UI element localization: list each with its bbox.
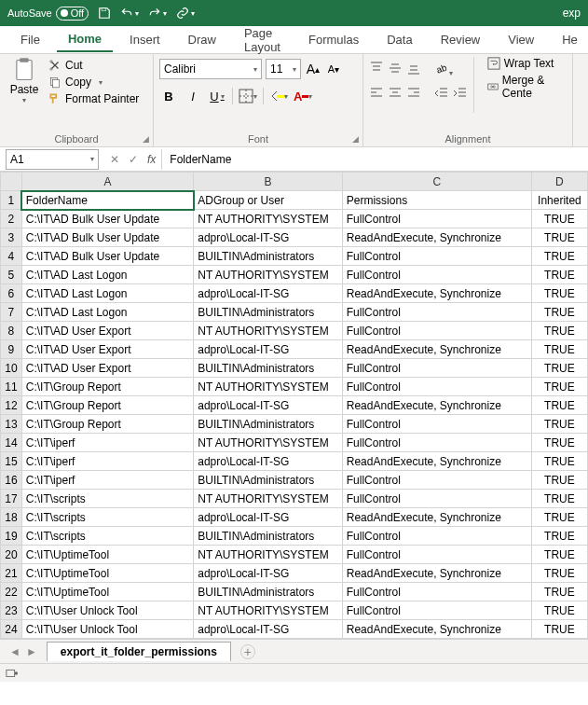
menu-formulas[interactable]: Formulas <box>297 28 370 51</box>
row-header[interactable]: 11 <box>1 378 22 396</box>
cell[interactable]: TRUE <box>531 508 587 527</box>
menu-file[interactable]: File <box>9 28 51 51</box>
add-sheet-button[interactable]: + <box>240 644 255 659</box>
cell[interactable]: ReadAndExecute, Synchronize <box>342 228 531 247</box>
cell[interactable]: ReadAndExecute, Synchronize <box>342 284 531 303</box>
cell[interactable]: ReadAndExecute, Synchronize <box>342 564 531 583</box>
undo-icon[interactable]: ▾ <box>120 7 139 20</box>
row-header[interactable]: 4 <box>1 247 22 266</box>
cell[interactable]: FullControl <box>342 378 531 396</box>
cell[interactable]: TRUE <box>531 620 587 639</box>
cancel-formula-icon[interactable]: ✕ <box>110 153 119 166</box>
row-header[interactable]: 24 <box>1 620 22 639</box>
cell[interactable]: C:\IT\Group Report <box>21 415 193 434</box>
cell[interactable]: C:\IT\iperf <box>21 452 193 471</box>
row-header[interactable]: 13 <box>1 415 22 434</box>
cell[interactable]: TRUE <box>531 490 587 508</box>
menu-help[interactable]: He <box>551 28 588 51</box>
cell[interactable]: C:\IT\UptimeTool <box>21 583 193 601</box>
cell[interactable]: FullControl <box>342 434 531 452</box>
merge-center-button[interactable]: Merge & Cente <box>487 74 567 100</box>
cell[interactable]: NT AUTHORITY\SYSTEM <box>194 601 343 620</box>
cell[interactable]: C:\IT\AD Bulk User Update <box>21 247 193 266</box>
menu-insert[interactable]: Insert <box>118 28 171 51</box>
cell[interactable]: TRUE <box>531 527 587 546</box>
cell[interactable]: adpro\Local-IT-SG <box>194 340 343 359</box>
cell[interactable]: C:\IT\AD Last Logon <box>21 266 193 284</box>
cell[interactable]: TRUE <box>531 378 587 396</box>
cell[interactable]: FolderName <box>21 191 193 210</box>
decrease-indent-button[interactable] <box>434 86 449 104</box>
clipboard-launcher-icon[interactable]: ◢ <box>143 134 149 144</box>
decrease-font-button[interactable]: A▾ <box>325 60 342 78</box>
row-header[interactable]: 22 <box>1 583 22 601</box>
row-header[interactable]: 10 <box>1 359 22 378</box>
cell[interactable]: adpro\Local-IT-SG <box>194 396 343 415</box>
col-header-B[interactable]: B <box>194 173 343 191</box>
cell[interactable]: ReadAndExecute, Synchronize <box>342 340 531 359</box>
cell[interactable]: NT AUTHORITY\SYSTEM <box>194 378 343 396</box>
cell[interactable]: FullControl <box>342 527 531 546</box>
fill-color-button[interactable]: ▾ <box>269 87 288 105</box>
align-middle-button[interactable] <box>388 61 403 78</box>
cell[interactable]: ReadAndExecute, Synchronize <box>342 620 531 639</box>
align-center-button[interactable] <box>388 86 403 104</box>
row-header[interactable]: 8 <box>1 322 22 340</box>
row-header[interactable]: 7 <box>1 303 22 322</box>
borders-button[interactable]: ▾ <box>239 87 257 105</box>
cell[interactable]: BUILTIN\Administrators <box>194 303 343 322</box>
wrap-text-button[interactable]: Wrap Text <box>487 57 567 70</box>
spreadsheet-grid[interactable]: A B C D 1FolderNameADGroup or UserPermis… <box>0 172 588 639</box>
cell[interactable]: TRUE <box>531 247 587 266</box>
font-name-select[interactable]: Calibri▾ <box>159 59 262 79</box>
row-header[interactable]: 17 <box>1 490 22 508</box>
cell[interactable]: TRUE <box>531 546 587 564</box>
tab-nav-prev-icon[interactable]: ◄ <box>9 645 21 658</box>
cell[interactable]: BUILTIN\Administrators <box>194 527 343 546</box>
enter-formula-icon[interactable]: ✓ <box>129 153 138 166</box>
cell[interactable]: BUILTIN\Administrators <box>194 471 343 490</box>
row-header[interactable]: 15 <box>1 452 22 471</box>
cell[interactable]: FullControl <box>342 210 531 228</box>
menu-review[interactable]: Review <box>430 28 492 51</box>
bold-button[interactable]: B <box>159 87 178 105</box>
cell[interactable]: NT AUTHORITY\SYSTEM <box>194 546 343 564</box>
increase-font-button[interactable]: A▴ <box>305 60 321 78</box>
cell[interactable]: TRUE <box>531 228 587 247</box>
row-header[interactable]: 19 <box>1 527 22 546</box>
cell[interactable]: FullControl <box>342 583 531 601</box>
cell[interactable]: TRUE <box>531 266 587 284</box>
row-header[interactable]: 9 <box>1 340 22 359</box>
cell[interactable]: adpro\Local-IT-SG <box>194 564 343 583</box>
cell[interactable]: C:\IT\UptimeTool <box>21 546 193 564</box>
font-color-button[interactable]: A▾ <box>294 87 312 105</box>
tab-nav-next-icon[interactable]: ► <box>26 645 37 658</box>
cell[interactable]: C:\IT\AD User Export <box>21 322 193 340</box>
cell[interactable]: ADGroup or User <box>194 191 343 210</box>
col-header-D[interactable]: D <box>531 173 587 191</box>
copy-button[interactable]: Copy▾ <box>48 76 139 89</box>
row-header[interactable]: 16 <box>1 471 22 490</box>
fx-icon[interactable]: fx <box>147 153 156 166</box>
cell[interactable]: BUILTIN\Administrators <box>194 415 343 434</box>
record-macro-icon[interactable] <box>6 668 19 679</box>
autosave-toggle[interactable]: AutoSave Off <box>7 7 89 21</box>
increase-indent-button[interactable] <box>453 86 468 104</box>
cell[interactable]: FullControl <box>342 359 531 378</box>
cell[interactable]: C:\IT\AD Bulk User Update <box>21 228 193 247</box>
row-header[interactable]: 2 <box>1 210 22 228</box>
cell[interactable]: FullControl <box>342 303 531 322</box>
cell[interactable]: C:\IT\AD Last Logon <box>21 303 193 322</box>
name-box[interactable]: A1▾ <box>6 149 99 170</box>
cell[interactable]: C:\IT\User Unlock Tool <box>21 620 193 639</box>
row-header[interactable]: 21 <box>1 564 22 583</box>
cell[interactable]: adpro\Local-IT-SG <box>194 228 343 247</box>
cell[interactable]: FullControl <box>342 247 531 266</box>
cut-button[interactable]: Cut <box>48 59 139 72</box>
cell[interactable]: NT AUTHORITY\SYSTEM <box>194 266 343 284</box>
cell[interactable]: C:\IT\iperf <box>21 471 193 490</box>
cell[interactable]: adpro\Local-IT-SG <box>194 452 343 471</box>
menu-data[interactable]: Data <box>376 28 423 51</box>
cell[interactable]: adpro\Local-IT-SG <box>194 508 343 527</box>
cell[interactable]: C:\IT\scripts <box>21 490 193 508</box>
